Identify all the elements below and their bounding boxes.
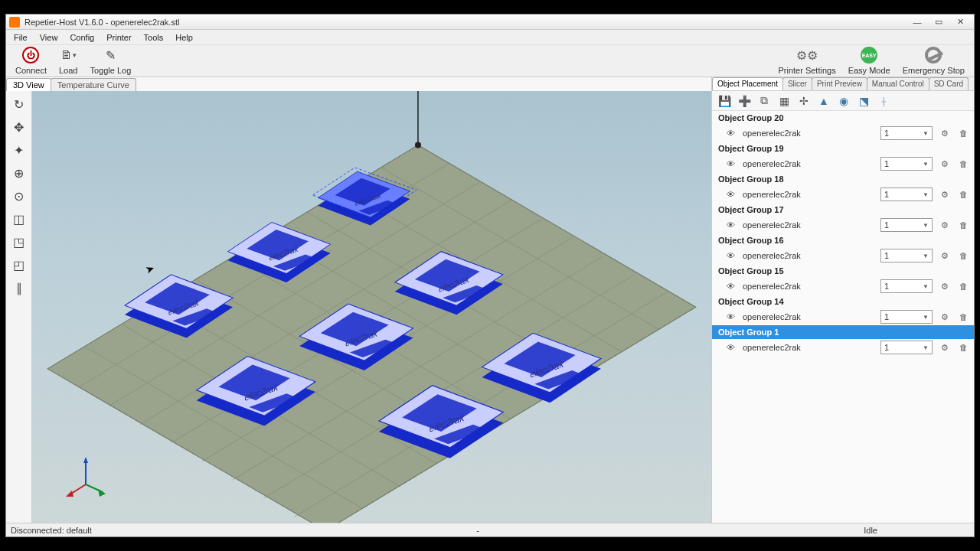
add-object-icon[interactable]: ➕ xyxy=(735,93,753,109)
tab-3d-view[interactable]: 3D View xyxy=(6,78,51,91)
rotate-icon[interactable]: ◉ xyxy=(835,93,853,109)
menu-view[interactable]: View xyxy=(34,31,64,44)
menu-tools[interactable]: Tools xyxy=(138,31,170,44)
cut-icon[interactable]: ⟊ xyxy=(874,93,893,109)
tab-temperature-curve[interactable]: Temperature Curve xyxy=(51,78,136,91)
object-row[interactable]: 👁openerelec2rak1▼⚙🗑 xyxy=(712,186,974,203)
object-row[interactable]: 👁openerelec2rak1▼⚙🗑 xyxy=(712,217,974,233)
visibility-icon[interactable]: 👁 xyxy=(724,190,737,199)
copies-select[interactable]: 1▼ xyxy=(880,126,933,140)
object-group-header[interactable]: Object Group 15 xyxy=(712,264,974,278)
gear-icon[interactable]: ⚙ xyxy=(939,220,951,230)
copies-select[interactable]: 1▼ xyxy=(880,310,933,324)
object-group-header[interactable]: Object Group 16 xyxy=(712,233,974,247)
printer-settings-button[interactable]: ⚙⚙ Printer Settings xyxy=(772,44,841,77)
object-name: openerelec2rak xyxy=(743,282,874,291)
rotate-view-tool[interactable]: ↻ xyxy=(8,94,30,116)
trash-icon[interactable]: 🗑 xyxy=(957,159,969,168)
tab-slicer[interactable]: Slicer xyxy=(782,77,812,90)
maximize-button[interactable]: ▭ xyxy=(928,15,949,29)
gear-icon[interactable]: ⚙ xyxy=(939,129,951,139)
gear-icon[interactable]: ⚙ xyxy=(939,282,951,292)
visibility-icon[interactable]: 👁 xyxy=(724,159,737,168)
object-name: openerelec2rak xyxy=(743,159,874,168)
gear-icon[interactable]: ⚙ xyxy=(939,159,951,169)
object-row[interactable]: 👁openerelec2rak1▼⚙🗑 xyxy=(712,308,974,325)
perspective-tool[interactable]: ◫ xyxy=(8,209,30,230)
zoom-in-tool[interactable]: ⊕ xyxy=(8,163,30,184)
axis-gizmo xyxy=(63,454,109,500)
object-row[interactable]: 👁openerelec2rak1▼⚙🗑 xyxy=(712,155,974,172)
iso-view-tool[interactable]: ◳ xyxy=(8,232,30,253)
3d-viewport[interactable]: elec2rakelec2rakelec2rakelec2rakelec2rak… xyxy=(32,91,711,523)
menu-file[interactable]: File xyxy=(8,31,34,44)
connect-button[interactable]: ⏻ Connect xyxy=(9,44,53,77)
tab-object-placement[interactable]: Object Placement xyxy=(712,77,783,90)
scene-svg: elec2rakelec2rakelec2rakelec2rakelec2rak… xyxy=(32,91,711,523)
mirror-icon[interactable]: ⬔ xyxy=(854,93,873,109)
copies-select[interactable]: 1▼ xyxy=(880,157,933,171)
tab-print-preview[interactable]: Print Preview xyxy=(812,77,867,90)
visibility-icon[interactable]: 👁 xyxy=(724,220,737,230)
gear-icon[interactable]: ⚙ xyxy=(939,312,951,322)
copies-select[interactable]: 1▼ xyxy=(880,187,933,201)
titlebar: Repetier-Host V1.6.0 - openerelec2rak.st… xyxy=(6,15,974,30)
minimize-button[interactable]: — xyxy=(906,15,928,29)
object-row[interactable]: 👁openerelec2rak1▼⚙🗑 xyxy=(712,125,974,142)
copies-select[interactable]: 1▼ xyxy=(880,341,933,354)
copies-select[interactable]: 1▼ xyxy=(880,218,933,232)
menu-help[interactable]: Help xyxy=(169,31,199,44)
trash-icon[interactable]: 🗑 xyxy=(957,251,969,260)
gear-icon[interactable]: ⚙ xyxy=(939,251,951,261)
copy-object-icon[interactable]: ⧉ xyxy=(755,93,773,109)
object-group-header[interactable]: Object Group 17 xyxy=(712,203,974,217)
close-button[interactable]: ✕ xyxy=(949,15,971,29)
emergency-stop-button[interactable]: Emergency Stop xyxy=(897,44,971,77)
center-icon[interactable]: ✢ xyxy=(795,93,813,109)
object-row[interactable]: 👁openerelec2rak1▼⚙🗑 xyxy=(712,339,974,356)
visibility-icon[interactable]: 👁 xyxy=(724,251,737,260)
load-button[interactable]: 🗎▾ Load xyxy=(53,44,83,77)
trash-icon[interactable]: 🗑 xyxy=(957,312,969,321)
copies-select[interactable]: 1▼ xyxy=(880,279,933,293)
toggle-log-button[interactable]: ✎ Toggle Log xyxy=(83,44,137,77)
gear-icon[interactable]: ⚙ xyxy=(939,190,951,200)
connect-label: Connect xyxy=(15,66,47,75)
status-center: - xyxy=(476,526,479,535)
menu-config[interactable]: Config xyxy=(64,31,100,44)
trash-icon[interactable]: 🗑 xyxy=(957,129,969,138)
tab-sd-card[interactable]: SD Card xyxy=(929,77,969,90)
object-group-header[interactable]: Object Group 18 xyxy=(712,172,974,186)
autoarrange-icon[interactable]: ▦ xyxy=(775,93,793,109)
tab-manual-control[interactable]: Manual Control xyxy=(867,77,929,90)
menubar: File View Config Printer Tools Help xyxy=(6,30,974,45)
trash-icon[interactable]: 🗑 xyxy=(957,343,969,352)
object-row[interactable]: 👁openerelec2rak1▼⚙🗑 xyxy=(712,278,974,295)
trash-icon[interactable]: 🗑 xyxy=(957,190,969,199)
object-group-header[interactable]: Object Group 20 xyxy=(712,111,974,125)
menu-printer[interactable]: Printer xyxy=(100,31,137,44)
trash-icon[interactable]: 🗑 xyxy=(957,220,969,230)
visibility-icon[interactable]: 👁 xyxy=(724,282,737,291)
trash-icon[interactable]: 🗑 xyxy=(957,282,969,291)
object-list: Object Group 20👁openerelec2rak1▼⚙🗑Object… xyxy=(712,111,974,523)
object-group-header[interactable]: Object Group 19 xyxy=(712,142,974,155)
object-row[interactable]: 👁openerelec2rak1▼⚙🗑 xyxy=(712,247,974,264)
zoom-fit-tool[interactable]: ⊙ xyxy=(8,186,30,207)
parallel-lines-tool[interactable]: ∥ xyxy=(8,278,30,299)
easy-mode-label: Easy Mode xyxy=(848,66,890,75)
gear-icon[interactable]: ⚙ xyxy=(939,343,951,353)
copies-select[interactable]: 1▼ xyxy=(880,249,933,262)
scale-icon[interactable]: ▲ xyxy=(815,93,833,109)
easy-mode-button[interactable]: EASY Easy Mode xyxy=(842,44,897,77)
visibility-icon[interactable]: 👁 xyxy=(724,343,737,352)
visibility-icon[interactable]: 👁 xyxy=(724,312,737,321)
move-object-tool[interactable]: ✦ xyxy=(8,140,30,161)
save-icon[interactable]: 💾 xyxy=(715,93,733,109)
front-view-tool[interactable]: ◰ xyxy=(8,255,30,276)
object-group-header[interactable]: Object Group 14 xyxy=(712,295,974,308)
visibility-icon[interactable]: 👁 xyxy=(724,129,737,138)
object-toolbar: 💾 ➕ ⧉ ▦ ✢ ▲ ◉ ⬔ ⟊ xyxy=(712,91,974,111)
object-group-header[interactable]: Object Group 1 xyxy=(712,325,974,339)
move-view-tool[interactable]: ✥ xyxy=(8,117,30,139)
